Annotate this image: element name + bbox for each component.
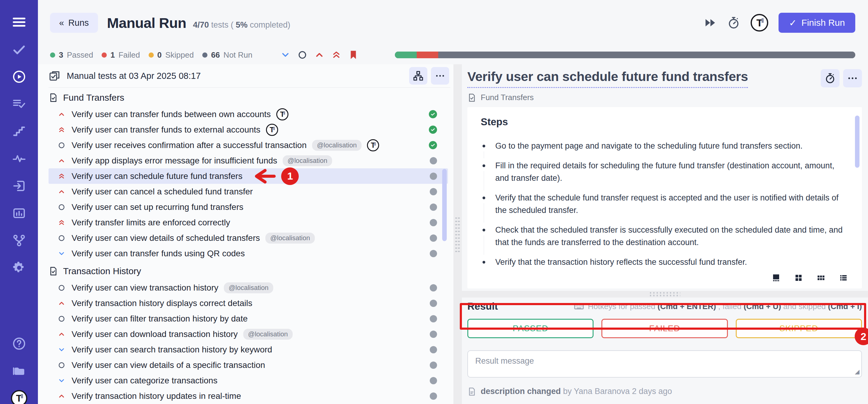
document-check-icon — [49, 93, 58, 102]
checklist-icon[interactable] — [11, 96, 27, 112]
status-passed-icon — [429, 110, 437, 118]
test-row-title: Verify user can search transaction histo… — [71, 345, 272, 354]
test-row[interactable]: Verify transaction history updates in re… — [49, 388, 448, 404]
result-heading: Result — [467, 301, 498, 312]
stairs-icon[interactable] — [11, 123, 27, 139]
test-row[interactable]: Verify user can download transaction his… — [49, 327, 448, 342]
layout-grid3-icon[interactable] — [816, 273, 826, 282]
chevron-down-icon[interactable] — [280, 50, 290, 60]
test-row[interactable]: Verify user can transfer funds to extern… — [49, 122, 448, 137]
test-row[interactable]: Verify user can schedule future fund tra… — [49, 168, 448, 184]
result-passed-button[interactable]: PASSED — [467, 319, 593, 338]
suite-header[interactable]: Fund Transfers — [49, 89, 454, 106]
annotation-1: 1 — [252, 167, 299, 185]
test-row[interactable]: Verify user can view details of schedule… — [49, 230, 448, 246]
folder-icon[interactable] — [11, 363, 27, 379]
result-resize-handle[interactable] — [650, 292, 680, 296]
test-row[interactable]: Verify user can view details of a specif… — [49, 357, 448, 373]
menu-icon[interactable] — [11, 14, 27, 30]
test-title[interactable]: Verify user can schedule future fund tra… — [467, 69, 748, 88]
test-row[interactable]: Verify user can view transaction history… — [49, 280, 448, 296]
play-circle-icon[interactable] — [11, 68, 27, 85]
legend-skipped: 0Skipped — [149, 50, 194, 60]
test-row[interactable]: Verify user can search transaction histo… — [49, 342, 448, 357]
finish-run-button[interactable]: ✓ Finish Run — [778, 13, 855, 33]
timer-button[interactable] — [821, 69, 839, 87]
test-row-title: Verify user can set up recurring fund tr… — [71, 202, 244, 212]
test-row-title: Verify user can download transaction his… — [71, 330, 238, 339]
layout-grid2-icon[interactable] — [794, 273, 803, 282]
test-row[interactable]: Verify user can cancel a scheduled fund … — [49, 184, 448, 199]
status-not-run-icon — [430, 362, 437, 369]
test-row-title: Verify user can filter transaction histo… — [71, 314, 248, 323]
layout-single-icon[interactable] — [772, 273, 781, 282]
test-row[interactable]: Verify transfer limits are enforced corr… — [49, 215, 448, 230]
chevrons-up-icon[interactable] — [331, 50, 341, 60]
layout-list-icon[interactable] — [839, 273, 848, 282]
run-panel-title: Manual tests at 03 Apr 2025 08:17 — [67, 71, 201, 81]
pane-resize-handle[interactable] — [455, 217, 460, 254]
steps-scrollbar[interactable] — [855, 116, 860, 168]
test-row-title: Verify transaction history displays corr… — [71, 299, 252, 308]
branch-icon[interactable] — [11, 232, 27, 249]
test-row[interactable]: Verify user receives confirmation after … — [49, 137, 448, 153]
passed-check-icon — [429, 141, 437, 149]
test-list: Fund TransfersVerify user can transfer f… — [49, 89, 454, 404]
result-splitter[interactable] — [462, 291, 868, 298]
result-skipped-button[interactable]: SKIPPED — [736, 319, 862, 338]
test-row[interactable]: Verify user can transfer funds between o… — [49, 106, 448, 122]
status-passed-icon — [429, 141, 437, 149]
header-actions: T ✓ Finish Run — [703, 13, 855, 33]
suite-header[interactable]: Transaction History — [49, 262, 454, 280]
priority-highest-icon — [57, 126, 66, 134]
result-failed-button[interactable]: FAILED — [601, 319, 727, 338]
t-logo-mark — [374, 142, 376, 146]
sign-in-icon[interactable] — [11, 178, 27, 194]
check-icon[interactable] — [11, 41, 27, 58]
priority-normal-icon — [57, 141, 66, 149]
test-row-title: Verify user can schedule future fund tra… — [71, 172, 242, 181]
suite-breadcrumb[interactable]: Fund Transfers — [467, 93, 862, 102]
test-row-title: Verify user can transfer funds between o… — [71, 110, 271, 119]
bookmark-icon[interactable] — [348, 50, 359, 60]
fast-forward-icon[interactable] — [703, 16, 717, 29]
not-run-dot — [430, 235, 437, 242]
test-row-title: Verify user can view details of schedule… — [71, 233, 260, 243]
test-list-scrollbar[interactable] — [442, 169, 447, 241]
more-options-button[interactable] — [431, 67, 449, 85]
not-run-dot — [430, 346, 437, 353]
t-logo-button[interactable]: T — [751, 14, 768, 32]
test-row-title: Verify transfer limits are enforced corr… — [71, 218, 230, 227]
status-not-run-icon — [430, 188, 437, 195]
back-to-runs-button[interactable]: « Runs — [50, 13, 98, 33]
divider — [49, 87, 451, 88]
tree-view-button[interactable] — [409, 67, 427, 85]
chevron-up-icon[interactable] — [314, 50, 324, 60]
help-icon[interactable] — [11, 336, 27, 352]
document-check-icon — [467, 93, 476, 102]
legend-failed: 1Failed — [102, 50, 140, 60]
gear-icon[interactable] — [11, 260, 27, 276]
t-logo-mark — [284, 111, 285, 115]
activity-icon[interactable] — [11, 150, 27, 167]
test-row-title: Verify transaction history updates in re… — [71, 391, 241, 401]
test-row[interactable]: Verify user can categorize transactions — [49, 373, 448, 388]
stopwatch-icon[interactable] — [727, 16, 740, 29]
test-row[interactable]: Verify transaction history displays corr… — [49, 296, 448, 311]
test-row[interactable]: Verify app displays error message for in… — [49, 153, 448, 168]
status-not-run-icon — [430, 219, 437, 226]
report-chart-icon[interactable] — [11, 205, 27, 221]
activity-meta: by Yana Baranova 2 days ago — [561, 387, 672, 396]
test-row[interactable]: Verify user can set up recurring fund tr… — [49, 199, 448, 215]
more-options-button[interactable] — [843, 69, 862, 87]
result-message-input[interactable] — [467, 350, 862, 378]
priority-high-icon — [57, 330, 66, 338]
run-panel-header: Manual tests at 03 Apr 2025 08:17 — [49, 64, 454, 87]
circle-icon[interactable] — [297, 50, 308, 60]
page-title: Manual Run — [107, 14, 186, 31]
pane-splitter[interactable] — [454, 64, 462, 404]
test-row[interactable]: Verify user can filter transaction histo… — [49, 311, 448, 327]
check-icon: ✓ — [789, 18, 797, 28]
status-not-run-icon — [430, 157, 437, 164]
test-row[interactable]: Verify user can transfer funds using QR … — [49, 246, 448, 261]
